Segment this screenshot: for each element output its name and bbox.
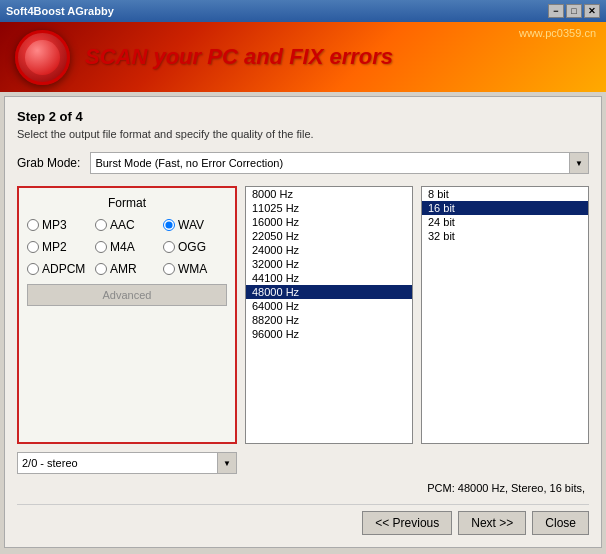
format-mp2-label: MP2 [42, 240, 67, 254]
sample-rate-item[interactable]: 16000 Hz [246, 215, 412, 229]
banner: SCAN your PC and FIX errors www.pc0359.c… [0, 22, 606, 92]
sample-rate-item[interactable]: 32000 Hz [246, 257, 412, 271]
minimize-button[interactable]: − [548, 4, 564, 18]
format-mp2-radio[interactable] [27, 241, 39, 253]
sample-rate-item[interactable]: 8000 Hz [246, 187, 412, 201]
bit-depth-item[interactable]: 32 bit [422, 229, 588, 243]
grab-mode-row: Grab Mode: Burst Mode (Fast, no Error Co… [17, 152, 589, 174]
sample-rate-item[interactable]: 22050 Hz [246, 229, 412, 243]
bit-depth-item[interactable]: 24 bit [422, 215, 588, 229]
step-title: Step 2 of 4 [17, 109, 589, 124]
banner-title: SCAN your PC and FIX errors [85, 44, 393, 70]
format-title: Format [27, 196, 227, 210]
format-ogg-radio[interactable] [163, 241, 175, 253]
sample-rate-item[interactable]: 11025 Hz [246, 201, 412, 215]
bit-depth-list[interactable]: 8 bit16 bit24 bit32 bit [421, 186, 589, 444]
format-box: Format MP3 AAC WAV MP2 [17, 186, 237, 444]
format-wma[interactable]: WMA [163, 262, 227, 276]
format-adpcm-radio[interactable] [27, 263, 39, 275]
pcm-info: PCM: 48000 Hz, Stereo, 16 bits, [427, 482, 585, 494]
logo-inner [25, 40, 60, 75]
format-aac[interactable]: AAC [95, 218, 159, 232]
previous-button[interactable]: << Previous [362, 511, 452, 535]
format-mp3-radio[interactable] [27, 219, 39, 231]
format-grid: MP3 AAC WAV MP2 M4A [27, 218, 227, 276]
content-row: Format MP3 AAC WAV MP2 [17, 186, 589, 444]
website-text: www.pc0359.cn [519, 27, 596, 39]
format-m4a-label: M4A [110, 240, 135, 254]
channels-row: 2/0 - stereo 1/0 - mono ▼ [17, 452, 589, 474]
channels-select[interactable]: 2/0 - stereo 1/0 - mono [17, 452, 237, 474]
format-amr-radio[interactable] [95, 263, 107, 275]
grab-mode-select[interactable]: Burst Mode (Fast, no Error Correction) S… [90, 152, 589, 174]
sample-rate-item[interactable]: 44100 Hz [246, 271, 412, 285]
format-wav[interactable]: WAV [163, 218, 227, 232]
next-button[interactable]: Next >> [458, 511, 526, 535]
format-mp3[interactable]: MP3 [27, 218, 91, 232]
sample-rate-item[interactable]: 96000 Hz [246, 327, 412, 341]
sample-rate-item[interactable]: 88200 Hz [246, 313, 412, 327]
format-mp3-label: MP3 [42, 218, 67, 232]
step-description: Select the output file format and specif… [17, 128, 589, 140]
close-button[interactable]: Close [532, 511, 589, 535]
format-aac-label: AAC [110, 218, 135, 232]
format-amr[interactable]: AMR [95, 262, 159, 276]
format-adpcm-label: ADPCM [42, 262, 85, 276]
channels-select-wrapper: 2/0 - stereo 1/0 - mono ▼ [17, 452, 237, 474]
format-wma-label: WMA [178, 262, 207, 276]
maximize-button[interactable]: □ [566, 4, 582, 18]
format-m4a-radio[interactable] [95, 241, 107, 253]
advanced-button: Advanced [27, 284, 227, 306]
format-wav-radio[interactable] [163, 219, 175, 231]
title-bar: Soft4Boost AGrabby − □ ✕ [0, 0, 606, 22]
format-wma-radio[interactable] [163, 263, 175, 275]
window-title: Soft4Boost AGrabby [6, 5, 548, 17]
sample-rate-item[interactable]: 48000 Hz [246, 285, 412, 299]
sample-rate-item[interactable]: 64000 Hz [246, 299, 412, 313]
format-ogg-label: OGG [178, 240, 206, 254]
logo [15, 30, 70, 85]
sample-rate-list[interactable]: 8000 Hz11025 Hz16000 Hz22050 Hz24000 Hz3… [245, 186, 413, 444]
window-controls: − □ ✕ [548, 4, 600, 18]
main-content: Step 2 of 4 Select the output file forma… [4, 96, 602, 548]
grab-mode-select-wrapper: Burst Mode (Fast, no Error Correction) S… [90, 152, 589, 174]
grab-mode-label: Grab Mode: [17, 156, 80, 170]
bit-depth-item[interactable]: 16 bit [422, 201, 588, 215]
format-wav-label: WAV [178, 218, 204, 232]
close-window-button[interactable]: ✕ [584, 4, 600, 18]
format-amr-label: AMR [110, 262, 137, 276]
format-m4a[interactable]: M4A [95, 240, 159, 254]
bit-depth-item[interactable]: 8 bit [422, 187, 588, 201]
format-adpcm[interactable]: ADPCM [27, 262, 91, 276]
pcm-info-row: PCM: 48000 Hz, Stereo, 16 bits, [17, 482, 589, 494]
format-mp2[interactable]: MP2 [27, 240, 91, 254]
format-ogg[interactable]: OGG [163, 240, 227, 254]
bottom-buttons: << Previous Next >> Close [17, 504, 589, 535]
format-aac-radio[interactable] [95, 219, 107, 231]
sample-rate-item[interactable]: 24000 Hz [246, 243, 412, 257]
